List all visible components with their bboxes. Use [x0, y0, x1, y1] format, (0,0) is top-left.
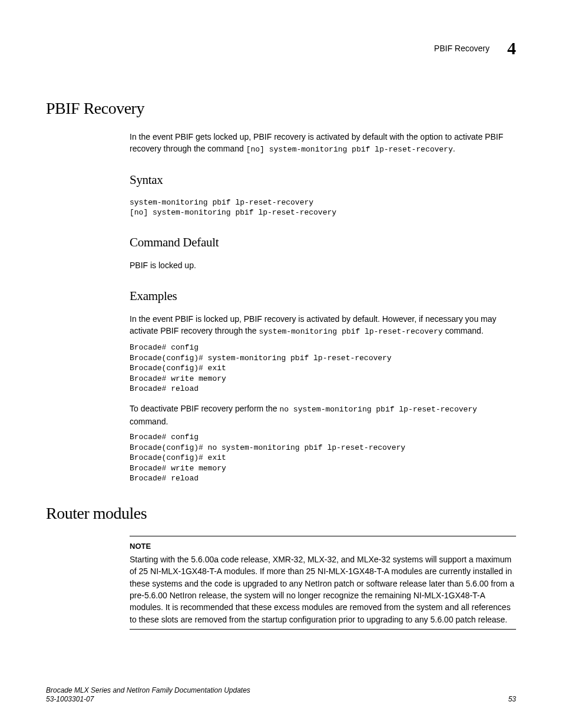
page-footer: Brocade MLX Series and NetIron Family Do…: [46, 686, 516, 704]
examples-p2-leading: To deactivate PBIF recovery perform the: [130, 404, 279, 413]
running-header: PBIF Recovery 4: [46, 35, 516, 61]
command-default-text: PBIF is locked up.: [130, 259, 516, 271]
intro-paragraph: In the event PBIF gets locked up, PBIF r…: [130, 131, 516, 156]
footer-left: Brocade MLX Series and NetIron Family Do…: [46, 686, 250, 704]
heading-router-modules: Router modules: [46, 502, 516, 526]
footer-doc-title: Brocade MLX Series and NetIron Family Do…: [46, 686, 250, 696]
router-content: NOTE Starting with the 5.6.00a code rele…: [130, 536, 516, 630]
running-header-title: PBIF Recovery: [434, 42, 490, 54]
examples-p1-code: system-monitoring pbif lp-reset-recovery: [259, 327, 442, 336]
pbif-content: In the event PBIF gets locked up, PBIF r…: [130, 131, 516, 484]
document-page: PBIF Recovery 4 PBIF Recovery In the eve…: [0, 0, 562, 728]
chapter-number: 4: [507, 35, 516, 61]
examples-p2-code: no system-monitoring pbif lp-reset-recov…: [279, 405, 477, 414]
heading-pbif-recovery: PBIF Recovery: [46, 97, 516, 121]
note-label: NOTE: [130, 541, 516, 552]
footer-page-number: 53: [508, 694, 516, 704]
examples-code-block-1: Brocade# config Brocade(config)# system-…: [130, 342, 516, 394]
intro-code: [no] system-monitoring pbif lp-reset-rec…: [246, 145, 453, 154]
heading-syntax: Syntax: [130, 171, 516, 189]
examples-paragraph-1: In the event PBIF is locked up, PBIF rec…: [130, 313, 516, 338]
examples-paragraph-2: To deactivate PBIF recovery perform the …: [130, 403, 516, 427]
note-body: Starting with the 5.6.00a code release, …: [130, 555, 514, 624]
examples-p2-trailing: command.: [130, 417, 168, 426]
examples-p1-trailing: command.: [443, 326, 484, 335]
footer-doc-number: 53-1003301-07: [46, 695, 250, 704]
heading-command-default: Command Default: [130, 233, 516, 251]
heading-examples: Examples: [130, 287, 516, 305]
note-box: NOTE Starting with the 5.6.00a code rele…: [130, 536, 516, 630]
examples-code-block-2: Brocade# config Brocade(config)# no syst…: [130, 432, 516, 484]
syntax-code-block: system-monitoring pbif lp-reset-recovery…: [130, 197, 516, 218]
intro-text-trailing: .: [453, 144, 455, 153]
